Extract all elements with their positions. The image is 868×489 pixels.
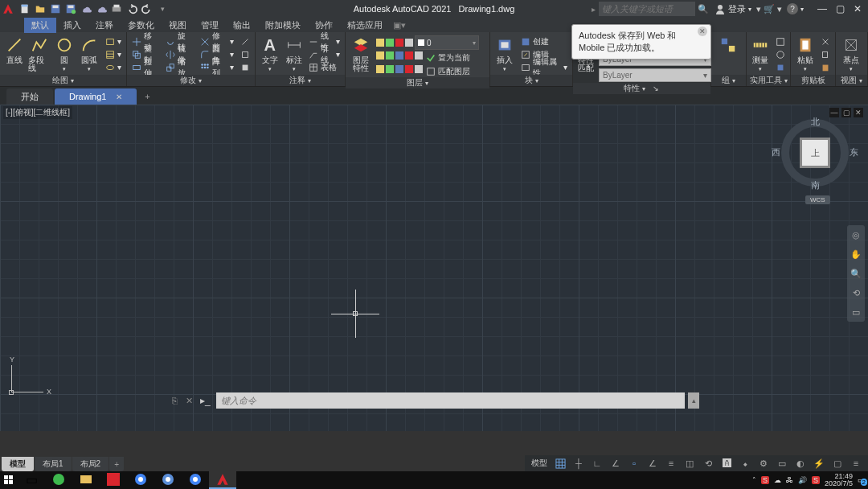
tray-vol-icon[interactable]: 🔊 xyxy=(798,476,807,484)
lineweight-dropdown[interactable]: ByLayer▾ xyxy=(599,68,711,82)
viewcube[interactable]: 上 北 南 东 西 WCS xyxy=(781,119,849,187)
saveas-icon[interactable] xyxy=(63,2,78,16)
cycling-toggle-icon[interactable]: ⟲ xyxy=(699,456,717,471)
save-icon[interactable] xyxy=(48,2,63,16)
login-button[interactable]: 登录 ▾ xyxy=(714,3,751,15)
command-input[interactable] xyxy=(216,392,685,409)
vp-maximize-icon[interactable]: ▢ xyxy=(841,108,851,117)
util-2-icon[interactable] xyxy=(774,48,787,60)
balloon-close-icon[interactable]: ✕ xyxy=(698,27,707,36)
workspace-icon[interactable]: ⚙ xyxy=(755,456,772,471)
cmd-dropdown-icon[interactable]: ▴ xyxy=(688,392,699,409)
cmd-history-icon[interactable]: ⎘ xyxy=(169,395,180,406)
autocad-taskbar-icon[interactable] xyxy=(209,471,236,489)
tab-drawing1[interactable]: Drawing1✕ xyxy=(55,88,137,105)
polyline-button[interactable]: 多段线 xyxy=(28,34,50,75)
layout-model[interactable]: 模型 xyxy=(2,457,34,471)
tab-annotate[interactable]: 注释 xyxy=(88,18,121,33)
basepoint-button[interactable]: 基点▾ xyxy=(839,34,863,75)
viewcube-wcs[interactable]: WCS xyxy=(805,195,830,204)
table-button[interactable]: 表格 xyxy=(307,61,342,73)
search-icon[interactable]: 🔍 xyxy=(695,4,711,14)
nav-wheel-icon[interactable]: ◎ xyxy=(850,228,862,241)
layer-dropdown[interactable]: 0 ▾ xyxy=(415,35,479,50)
tab-expand-icon[interactable]: ▣▾ xyxy=(390,18,409,32)
wechat-icon[interactable] xyxy=(45,471,72,489)
cloud-save-icon[interactable] xyxy=(94,2,108,16)
close-button[interactable]: ✕ xyxy=(850,2,865,16)
layout-1[interactable]: 布局1 xyxy=(35,457,72,471)
clean-screen-icon[interactable]: ▢ xyxy=(829,456,846,471)
viewcube-north[interactable]: 北 xyxy=(811,116,820,128)
stretch-button[interactable]: 拉伸 xyxy=(130,61,161,73)
cloud-open-icon[interactable] xyxy=(79,2,93,16)
tab-new-icon[interactable]: + xyxy=(138,88,156,105)
create-block-button[interactable]: 创建 xyxy=(519,35,569,47)
tab-close-icon[interactable]: ✕ xyxy=(116,92,122,101)
hatch-icon[interactable]: ▾ xyxy=(104,48,123,60)
text-button[interactable]: A文字▾ xyxy=(259,34,281,75)
polar-toggle-icon[interactable]: ∠ xyxy=(607,456,624,471)
maximize-button[interactable]: ▢ xyxy=(833,2,847,16)
viewport-label[interactable]: [-][俯视][二维线框] xyxy=(3,106,72,119)
chromium-icon[interactable] xyxy=(154,471,182,489)
viewcube-west[interactable]: 西 xyxy=(772,146,780,158)
tab-output[interactable]: 输出 xyxy=(226,18,258,33)
tray-net-icon[interactable]: 🖧 xyxy=(786,476,793,484)
tab-addons[interactable]: 附加模块 xyxy=(258,18,308,33)
cut-icon[interactable] xyxy=(819,35,832,47)
chrome-icon-1[interactable] xyxy=(127,471,154,489)
scale-button[interactable]: 缩放 xyxy=(164,61,194,73)
taskbar-clock[interactable]: 21:492020/7/5 xyxy=(825,473,853,488)
layer-properties-button[interactable]: 图层 特性 xyxy=(349,34,373,77)
minimize-button[interactable]: — xyxy=(815,2,829,16)
undo-icon[interactable] xyxy=(125,2,139,16)
lineweight-toggle-icon[interactable]: ≡ xyxy=(662,456,680,471)
drawing-canvas[interactable]: [-][俯视][二维线框] — ▢ ✕ XY 上 北 南 东 西 WCS ◎ ✋… xyxy=(0,105,868,431)
circle-button[interactable]: 圆▾ xyxy=(53,34,75,75)
vp-minimize-icon[interactable]: — xyxy=(829,108,839,117)
layer-tool-row-2[interactable] xyxy=(376,65,423,77)
status-model-label[interactable]: 模型 xyxy=(528,458,551,469)
tray-ime-icon[interactable]: S xyxy=(812,476,820,484)
otrack-toggle-icon[interactable]: ∠ xyxy=(644,456,661,471)
tray-cloud-icon[interactable]: ☁ xyxy=(774,476,781,484)
dim-button[interactable]: 标注▾ xyxy=(285,34,304,75)
isolate-icon[interactable]: ◐ xyxy=(792,456,809,471)
tray-sogou-icon[interactable]: S xyxy=(761,476,769,484)
array-button[interactable]: 阵列▾ xyxy=(199,61,235,73)
paste-special-icon[interactable] xyxy=(819,61,832,73)
viewcube-top-face[interactable]: 上 xyxy=(802,140,828,166)
exchange-button[interactable]: ▾ 🛒 ▾ xyxy=(756,4,782,14)
start-button[interactable] xyxy=(0,471,18,489)
app-logo-icon[interactable] xyxy=(0,0,16,18)
paste-button[interactable]: 粘贴▾ xyxy=(794,34,816,75)
leader-button[interactable]: 引线▾ xyxy=(307,48,342,60)
make-current-button[interactable]: 置为当前 xyxy=(424,51,472,64)
util-1-icon[interactable] xyxy=(774,35,787,47)
modify-extra-3-icon[interactable] xyxy=(239,61,252,73)
taskview-icon[interactable]: ▭ xyxy=(18,471,45,489)
edit-attr-button[interactable]: 编辑属性▾ xyxy=(519,61,569,73)
viewcube-south[interactable]: 南 xyxy=(811,179,820,191)
ortho-toggle-icon[interactable]: ∟ xyxy=(588,456,606,471)
chrome-icon-2[interactable] xyxy=(182,471,209,489)
nav-orbit-icon[interactable]: ⟲ xyxy=(850,286,862,299)
open-icon[interactable] xyxy=(33,2,47,16)
monitor-icon[interactable]: ▭ xyxy=(773,456,791,471)
cmd-close-icon[interactable]: ✕ xyxy=(183,395,194,406)
notifications-icon[interactable]: ▭2 xyxy=(858,476,865,484)
annoscale-icon[interactable]: 🅰 xyxy=(718,456,735,471)
tab-home[interactable]: 开始 xyxy=(6,88,53,105)
redo-icon[interactable] xyxy=(140,2,154,16)
grid-toggle-icon[interactable] xyxy=(551,456,569,471)
search-input[interactable] xyxy=(599,2,695,16)
measure-button[interactable]: 测量▾ xyxy=(750,34,772,75)
osnap-toggle-icon[interactable]: ▫ xyxy=(625,456,643,471)
tab-featured[interactable]: 精选应用 xyxy=(340,18,390,33)
scale-icon[interactable]: ⬥ xyxy=(736,456,754,471)
match-layer-button[interactable]: 匹配图层 xyxy=(424,65,472,77)
nav-pan-icon[interactable]: ✋ xyxy=(850,248,862,261)
hardware-accel-icon[interactable]: ⚡ xyxy=(810,456,828,471)
util-3-icon[interactable] xyxy=(774,61,787,73)
